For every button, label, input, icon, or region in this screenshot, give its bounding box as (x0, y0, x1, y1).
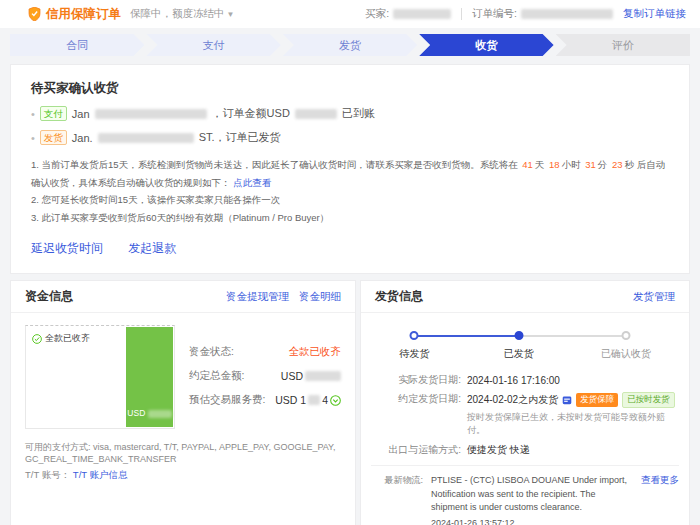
shipping-management-link[interactable]: 发货管理 (633, 290, 675, 304)
event-payment: • 支付 Jan ，订单金额USD 已到账 (31, 106, 669, 121)
step-receipt[interactable]: 收货 (419, 34, 553, 56)
order-meta: 买家: 订单编号: 复制订单链接 (365, 7, 686, 21)
progress-line-pending (519, 335, 626, 337)
event-text: ，订单金额USD (212, 106, 290, 121)
order-number-label: 订单编号: (472, 7, 517, 21)
event-text: ST.，订单已发货 (199, 130, 281, 145)
step-review[interactable]: 评价 (556, 34, 690, 56)
order-header-bar: 信用保障订单 保障中，额度冻结中▼ 买家: 订单编号: 复制订单链接 (0, 0, 700, 28)
event-text: Jan. (72, 132, 93, 144)
note-3: 3. 此订单买家享受收到货后60天的纠纷有效期（Platinum / Pro B… (31, 209, 669, 227)
on-time-badge: 已按时发货 (622, 392, 675, 408)
status-title: 待买家确认收货 (31, 80, 669, 97)
shipment-badge: 发货 (40, 130, 67, 145)
event-text: 已到账 (342, 106, 375, 121)
fund-status-value: 全款已收齐 (289, 345, 342, 359)
agreed-ship-date: 2024-02-02之内发货 (467, 393, 558, 407)
step-shipment[interactable]: 发货 (283, 34, 417, 56)
note-2: 2. 您可延长收货时间15天，该操作买家卖家只能各操作一次 (31, 191, 669, 209)
funds-title: 资金信息 (25, 288, 73, 305)
fee-info-icon[interactable] (330, 395, 341, 406)
tt-account-link[interactable]: T/T 账户信息 (73, 469, 128, 480)
logistics-text: PTLISE - (CTC) LISBOA DOUANE Under impor… (431, 475, 627, 512)
buyer-name-redacted (393, 9, 451, 19)
countdown-days: 41 (520, 159, 535, 170)
calendar-icon (562, 395, 572, 405)
fee-redacted (308, 395, 320, 405)
countdown-seconds: 23 (610, 159, 625, 170)
bullet: • (31, 132, 35, 144)
withdrawal-management-link[interactable]: 资金提现管理 (226, 290, 289, 304)
order-number-redacted (521, 9, 613, 19)
label-to-ship: 待发货 (399, 347, 429, 361)
shipping-progress: 待发货 已发货 已确认收货 (367, 327, 683, 365)
payment-amount-redacted (295, 109, 337, 119)
extend-receipt-time-link[interactable]: 延迟收货时间 (31, 241, 103, 255)
latest-logistics: 最新物流: PTLISE - (CTC) LISBOA DOUANE Under… (361, 466, 689, 525)
agreed-ship-date-row: 约定发货日期: 2024-02-02之内发货 发货保障 已按时发货 (371, 392, 679, 408)
event-shipment: • 发货 Jan. ST.，订单已发货 (31, 130, 669, 145)
node-confirmed (622, 331, 631, 340)
shipping-assurance-badge: 发货保障 (576, 393, 618, 407)
service-fee-row: 预估交易服务费: USD 1 4 (189, 393, 341, 407)
trade-assurance-icon (28, 7, 41, 21)
chevron-down-icon: ▼ (227, 10, 235, 19)
bar-amount-label: USD (126, 408, 173, 418)
check-circle-icon (32, 334, 42, 344)
export-method-row: 出口与运输方式: 便捷发货 快递 (371, 443, 679, 457)
total-amount-redacted (305, 371, 341, 381)
divider (461, 8, 462, 20)
brand-area: 信用保障订单 保障中，额度冻结中▼ (28, 6, 234, 23)
step-payment[interactable]: 支付 (146, 34, 280, 56)
shipping-title: 发货信息 (375, 288, 423, 305)
label-confirmed: 已确认收货 (601, 347, 651, 361)
assurance-status-dropdown[interactable]: 保障中，额度冻结中▼ (130, 7, 234, 21)
copy-order-link[interactable]: 复制订单链接 (623, 7, 686, 21)
order-status-panel: 待买家确认收货 • 支付 Jan ，订单金额USD 已到账 • 发货 Jan. … (10, 64, 690, 274)
logistics-time: 2024-01-26 13:57:12 (431, 517, 631, 525)
tt-account-row: T/T 账号： T/T 账户信息 (11, 464, 355, 482)
fund-details-link[interactable]: 资金明细 (299, 290, 341, 304)
order-progress-steps: 合同 支付 发货 收货 评价 (10, 34, 690, 56)
bar-amount-redacted (148, 410, 172, 418)
ship-date-redacted (98, 133, 194, 143)
funds-chart: 全款已收齐 USD (25, 325, 175, 429)
step-contract[interactable]: 合同 (10, 34, 144, 56)
payment-date-redacted (95, 109, 207, 119)
bullet: • (31, 108, 35, 120)
initiate-refund-link[interactable]: 发起退款 (128, 241, 176, 255)
node-shipped (514, 331, 523, 340)
countdown-hours: 18 (547, 159, 562, 170)
status-actions: 延迟收货时间 发起退款 (31, 240, 669, 257)
actual-ship-date: 2024-01-16 17:16:00 (467, 373, 560, 387)
event-text: Jan (72, 108, 90, 120)
payment-methods: 可用的支付方式: visa, mastercard, T/T, PAYPAL, … (11, 429, 355, 464)
node-to-ship (410, 331, 419, 340)
progress-line-done (414, 335, 518, 337)
export-method: 便捷发货 快递 (467, 443, 530, 457)
view-more-link[interactable]: 查看更多 (641, 474, 679, 525)
chart-status: 全款已收齐 (32, 332, 90, 345)
page-title: 信用保障订单 (46, 6, 121, 23)
received-amount-bar: USD (126, 327, 173, 427)
note-1: 1. 当前订单发货后15天，系统检测到货物尚未送达，因此延长了确认收货时间，请联… (31, 156, 669, 191)
total-amount-row: 约定总金额: USD (189, 369, 341, 383)
buyer-label: 买家: (365, 7, 389, 21)
label-shipped: 已发货 (504, 347, 534, 361)
payment-badge: 支付 (40, 106, 67, 121)
countdown-minutes: 31 (583, 159, 598, 170)
fund-status-row: 资金状态: 全款已收齐 (189, 345, 341, 359)
view-rules-link[interactable]: 点此查看 (233, 177, 271, 188)
actual-ship-date-row: 实际发货日期: 2024-01-16 17:16:00 (371, 373, 679, 387)
funds-panel: 资金信息 资金提现管理 资金明细 全款已收齐 USD (10, 280, 356, 525)
shipping-panel: 发货信息 发货管理 待发货 已发货 已确认收货 实际发货日期: 2024-01-… (360, 280, 690, 525)
status-notes: 1. 当前订单发货后15天，系统检测到货物尚未送达，因此延长了确认收货时间，请联… (31, 156, 669, 226)
assurance-note: 按时发货保障已生效，未按时发货可能导致额外赔付。 (467, 411, 679, 437)
